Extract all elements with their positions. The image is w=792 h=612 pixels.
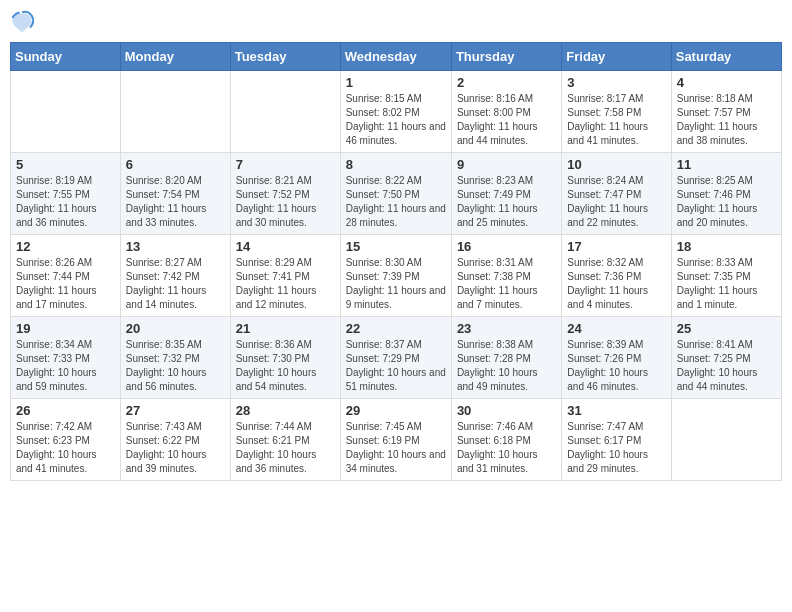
day-number: 27 xyxy=(126,403,225,418)
day-info: Sunrise: 8:17 AM Sunset: 7:58 PM Dayligh… xyxy=(567,92,665,148)
header-friday: Friday xyxy=(562,43,671,71)
day-info: Sunrise: 8:36 AM Sunset: 7:30 PM Dayligh… xyxy=(236,338,335,394)
header-monday: Monday xyxy=(120,43,230,71)
calendar-cell: 22Sunrise: 8:37 AM Sunset: 7:29 PM Dayli… xyxy=(340,317,451,399)
day-number: 23 xyxy=(457,321,556,336)
calendar-cell: 26Sunrise: 7:42 AM Sunset: 6:23 PM Dayli… xyxy=(11,399,121,481)
day-number: 14 xyxy=(236,239,335,254)
calendar-cell: 10Sunrise: 8:24 AM Sunset: 7:47 PM Dayli… xyxy=(562,153,671,235)
calendar-header-row: SundayMondayTuesdayWednesdayThursdayFrid… xyxy=(11,43,782,71)
calendar-cell: 3Sunrise: 8:17 AM Sunset: 7:58 PM Daylig… xyxy=(562,71,671,153)
day-info: Sunrise: 7:45 AM Sunset: 6:19 PM Dayligh… xyxy=(346,420,446,476)
day-number: 1 xyxy=(346,75,446,90)
calendar-cell xyxy=(671,399,781,481)
week-row-2: 5Sunrise: 8:19 AM Sunset: 7:55 PM Daylig… xyxy=(11,153,782,235)
calendar-cell: 11Sunrise: 8:25 AM Sunset: 7:46 PM Dayli… xyxy=(671,153,781,235)
day-number: 20 xyxy=(126,321,225,336)
day-info: Sunrise: 7:47 AM Sunset: 6:17 PM Dayligh… xyxy=(567,420,665,476)
day-number: 6 xyxy=(126,157,225,172)
calendar-cell: 29Sunrise: 7:45 AM Sunset: 6:19 PM Dayli… xyxy=(340,399,451,481)
calendar-table: SundayMondayTuesdayWednesdayThursdayFrid… xyxy=(10,42,782,481)
calendar-cell: 7Sunrise: 8:21 AM Sunset: 7:52 PM Daylig… xyxy=(230,153,340,235)
calendar-cell: 13Sunrise: 8:27 AM Sunset: 7:42 PM Dayli… xyxy=(120,235,230,317)
calendar-cell xyxy=(11,71,121,153)
calendar-cell: 1Sunrise: 8:15 AM Sunset: 8:02 PM Daylig… xyxy=(340,71,451,153)
day-number: 15 xyxy=(346,239,446,254)
day-info: Sunrise: 8:27 AM Sunset: 7:42 PM Dayligh… xyxy=(126,256,225,312)
day-info: Sunrise: 8:31 AM Sunset: 7:38 PM Dayligh… xyxy=(457,256,556,312)
calendar-cell: 16Sunrise: 8:31 AM Sunset: 7:38 PM Dayli… xyxy=(451,235,561,317)
week-row-4: 19Sunrise: 8:34 AM Sunset: 7:33 PM Dayli… xyxy=(11,317,782,399)
day-number: 7 xyxy=(236,157,335,172)
calendar-cell xyxy=(120,71,230,153)
day-number: 21 xyxy=(236,321,335,336)
calendar-cell: 23Sunrise: 8:38 AM Sunset: 7:28 PM Dayli… xyxy=(451,317,561,399)
header-wednesday: Wednesday xyxy=(340,43,451,71)
day-info: Sunrise: 8:33 AM Sunset: 7:35 PM Dayligh… xyxy=(677,256,776,312)
calendar-cell: 19Sunrise: 8:34 AM Sunset: 7:33 PM Dayli… xyxy=(11,317,121,399)
day-info: Sunrise: 8:37 AM Sunset: 7:29 PM Dayligh… xyxy=(346,338,446,394)
day-number: 18 xyxy=(677,239,776,254)
day-number: 22 xyxy=(346,321,446,336)
calendar-cell: 20Sunrise: 8:35 AM Sunset: 7:32 PM Dayli… xyxy=(120,317,230,399)
calendar-cell: 6Sunrise: 8:20 AM Sunset: 7:54 PM Daylig… xyxy=(120,153,230,235)
day-info: Sunrise: 8:29 AM Sunset: 7:41 PM Dayligh… xyxy=(236,256,335,312)
calendar-cell: 15Sunrise: 8:30 AM Sunset: 7:39 PM Dayli… xyxy=(340,235,451,317)
calendar-cell: 18Sunrise: 8:33 AM Sunset: 7:35 PM Dayli… xyxy=(671,235,781,317)
day-info: Sunrise: 8:18 AM Sunset: 7:57 PM Dayligh… xyxy=(677,92,776,148)
week-row-5: 26Sunrise: 7:42 AM Sunset: 6:23 PM Dayli… xyxy=(11,399,782,481)
day-info: Sunrise: 8:39 AM Sunset: 7:26 PM Dayligh… xyxy=(567,338,665,394)
week-row-3: 12Sunrise: 8:26 AM Sunset: 7:44 PM Dayli… xyxy=(11,235,782,317)
day-info: Sunrise: 7:43 AM Sunset: 6:22 PM Dayligh… xyxy=(126,420,225,476)
day-number: 29 xyxy=(346,403,446,418)
day-info: Sunrise: 8:16 AM Sunset: 8:00 PM Dayligh… xyxy=(457,92,556,148)
day-info: Sunrise: 8:20 AM Sunset: 7:54 PM Dayligh… xyxy=(126,174,225,230)
day-info: Sunrise: 8:15 AM Sunset: 8:02 PM Dayligh… xyxy=(346,92,446,148)
calendar-cell: 28Sunrise: 7:44 AM Sunset: 6:21 PM Dayli… xyxy=(230,399,340,481)
day-info: Sunrise: 7:42 AM Sunset: 6:23 PM Dayligh… xyxy=(16,420,115,476)
day-number: 11 xyxy=(677,157,776,172)
calendar-cell: 12Sunrise: 8:26 AM Sunset: 7:44 PM Dayli… xyxy=(11,235,121,317)
day-number: 17 xyxy=(567,239,665,254)
day-info: Sunrise: 8:21 AM Sunset: 7:52 PM Dayligh… xyxy=(236,174,335,230)
calendar-cell: 2Sunrise: 8:16 AM Sunset: 8:00 PM Daylig… xyxy=(451,71,561,153)
day-info: Sunrise: 8:32 AM Sunset: 7:36 PM Dayligh… xyxy=(567,256,665,312)
calendar-cell: 30Sunrise: 7:46 AM Sunset: 6:18 PM Dayli… xyxy=(451,399,561,481)
day-number: 30 xyxy=(457,403,556,418)
calendar-cell: 9Sunrise: 8:23 AM Sunset: 7:49 PM Daylig… xyxy=(451,153,561,235)
day-info: Sunrise: 8:38 AM Sunset: 7:28 PM Dayligh… xyxy=(457,338,556,394)
day-info: Sunrise: 7:46 AM Sunset: 6:18 PM Dayligh… xyxy=(457,420,556,476)
day-number: 2 xyxy=(457,75,556,90)
calendar-cell: 31Sunrise: 7:47 AM Sunset: 6:17 PM Dayli… xyxy=(562,399,671,481)
day-info: Sunrise: 8:41 AM Sunset: 7:25 PM Dayligh… xyxy=(677,338,776,394)
calendar-cell: 17Sunrise: 8:32 AM Sunset: 7:36 PM Dayli… xyxy=(562,235,671,317)
week-row-1: 1Sunrise: 8:15 AM Sunset: 8:02 PM Daylig… xyxy=(11,71,782,153)
calendar-cell: 21Sunrise: 8:36 AM Sunset: 7:30 PM Dayli… xyxy=(230,317,340,399)
calendar-cell: 27Sunrise: 7:43 AM Sunset: 6:22 PM Dayli… xyxy=(120,399,230,481)
day-info: Sunrise: 8:23 AM Sunset: 7:49 PM Dayligh… xyxy=(457,174,556,230)
day-number: 13 xyxy=(126,239,225,254)
calendar-cell: 8Sunrise: 8:22 AM Sunset: 7:50 PM Daylig… xyxy=(340,153,451,235)
logo xyxy=(10,10,38,34)
calendar-cell: 4Sunrise: 8:18 AM Sunset: 7:57 PM Daylig… xyxy=(671,71,781,153)
day-info: Sunrise: 8:30 AM Sunset: 7:39 PM Dayligh… xyxy=(346,256,446,312)
logo-icon xyxy=(10,10,34,34)
day-number: 24 xyxy=(567,321,665,336)
day-number: 10 xyxy=(567,157,665,172)
day-info: Sunrise: 8:26 AM Sunset: 7:44 PM Dayligh… xyxy=(16,256,115,312)
header-sunday: Sunday xyxy=(11,43,121,71)
day-number: 31 xyxy=(567,403,665,418)
day-number: 9 xyxy=(457,157,556,172)
day-info: Sunrise: 8:24 AM Sunset: 7:47 PM Dayligh… xyxy=(567,174,665,230)
day-info: Sunrise: 8:22 AM Sunset: 7:50 PM Dayligh… xyxy=(346,174,446,230)
day-info: Sunrise: 7:44 AM Sunset: 6:21 PM Dayligh… xyxy=(236,420,335,476)
day-number: 19 xyxy=(16,321,115,336)
day-number: 3 xyxy=(567,75,665,90)
day-number: 4 xyxy=(677,75,776,90)
day-info: Sunrise: 8:25 AM Sunset: 7:46 PM Dayligh… xyxy=(677,174,776,230)
header-thursday: Thursday xyxy=(451,43,561,71)
day-info: Sunrise: 8:35 AM Sunset: 7:32 PM Dayligh… xyxy=(126,338,225,394)
day-number: 5 xyxy=(16,157,115,172)
header-saturday: Saturday xyxy=(671,43,781,71)
day-number: 26 xyxy=(16,403,115,418)
